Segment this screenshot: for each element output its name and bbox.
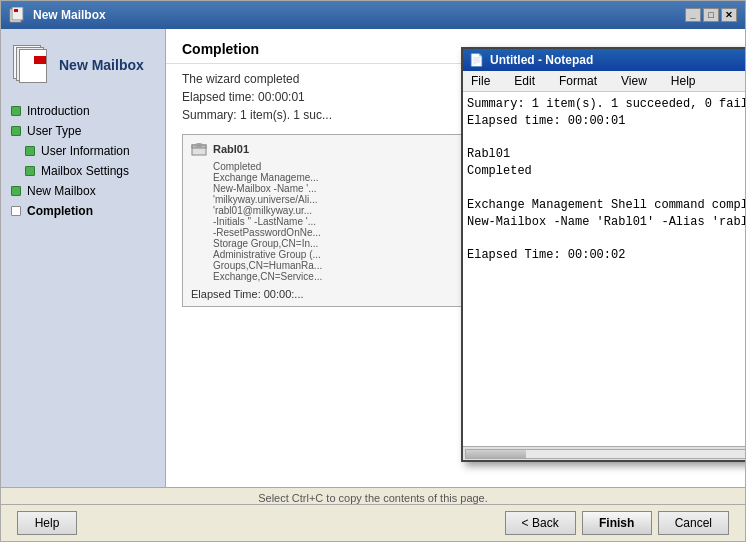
sidebar-item-new-mailbox[interactable]: New Mailbox: [1, 181, 165, 201]
sidebar-item-label: Completion: [27, 204, 93, 218]
mailbox-icon: [191, 141, 207, 157]
notepad-content[interactable]: Summary: 1 item(s). 1 succeeded, 0 faile…: [463, 92, 745, 446]
sidebar-item-label: User Type: [27, 124, 81, 138]
wizard-titlebar: New Mailbox _ □ ✕: [1, 1, 745, 29]
svg-rect-2: [14, 9, 18, 12]
footer-buttons: < Back Finish Cancel: [505, 511, 729, 535]
sidebar-item-label: New Mailbox: [27, 184, 96, 198]
sidebar-item-label: Mailbox Settings: [41, 164, 129, 178]
detail-name: Rabl01: [213, 143, 249, 155]
notepad-title: Untitled - Notepad: [490, 53, 593, 67]
notepad-window[interactable]: 📄 Untitled - Notepad _ □ ✕ File Edit For…: [461, 47, 745, 462]
scrollbar-track: [465, 449, 745, 459]
notepad-help-menu[interactable]: Help: [667, 73, 700, 89]
wizard-body: New Mailbox Introduction User Type User …: [1, 29, 745, 487]
notepad-icon: 📄: [469, 53, 484, 67]
notepad-format-menu[interactable]: Format: [555, 73, 601, 89]
sidebar-logo: [11, 45, 51, 85]
scrollbar-thumb[interactable]: [466, 450, 526, 458]
svg-point-5: [195, 143, 203, 147]
sidebar-item-introduction[interactable]: Introduction: [1, 101, 165, 121]
finish-button[interactable]: Finish: [582, 511, 652, 535]
checked-icon: [25, 166, 35, 176]
wizard-title: New Mailbox: [33, 8, 106, 22]
sidebar-item-user-information[interactable]: User Information: [1, 141, 165, 161]
svg-rect-1: [12, 7, 23, 20]
footer-hint: Select Ctrl+C to copy the contents of th…: [258, 492, 488, 504]
wizard-footer: Help < Back Finish Cancel: [1, 504, 745, 541]
checked-icon: [11, 106, 21, 116]
back-button[interactable]: < Back: [505, 511, 576, 535]
checked-icon: [11, 186, 21, 196]
main-content: Completion The wizard completed Elapsed …: [166, 29, 745, 487]
notepad-edit-menu[interactable]: Edit: [510, 73, 539, 89]
unchecked-icon: [11, 206, 21, 216]
help-button[interactable]: Help: [17, 511, 77, 535]
checked-icon: [25, 146, 35, 156]
cancel-button[interactable]: Cancel: [658, 511, 729, 535]
notepad-file-menu[interactable]: File: [467, 73, 494, 89]
sidebar-title: New Mailbox: [59, 57, 144, 73]
sidebar-header: New Mailbox: [1, 37, 165, 101]
maximize-button[interactable]: □: [703, 8, 719, 22]
wizard-icon: [9, 7, 25, 23]
minimize-button[interactable]: _: [685, 8, 701, 22]
notepad-menubar: File Edit Format View Help: [463, 71, 745, 92]
titlebar-controls: _ □ ✕: [685, 8, 737, 22]
sidebar-item-label: User Information: [41, 144, 130, 158]
notepad-view-menu[interactable]: View: [617, 73, 651, 89]
notepad-titlebar: 📄 Untitled - Notepad _ □ ✕: [463, 49, 745, 71]
close-button[interactable]: ✕: [721, 8, 737, 22]
footer-hint-row: Select Ctrl+C to copy the contents of th…: [1, 487, 745, 504]
notepad-scrollbar[interactable]: [463, 446, 745, 460]
checked-icon: [11, 126, 21, 136]
wizard-window: New Mailbox _ □ ✕ New Mailbox Int: [0, 0, 746, 542]
sidebar: New Mailbox Introduction User Type User …: [1, 29, 166, 487]
sidebar-item-label: Introduction: [27, 104, 90, 118]
sidebar-item-mailbox-settings[interactable]: Mailbox Settings: [1, 161, 165, 181]
sidebar-item-user-type[interactable]: User Type: [1, 121, 165, 141]
sidebar-item-completion[interactable]: Completion: [1, 201, 165, 221]
